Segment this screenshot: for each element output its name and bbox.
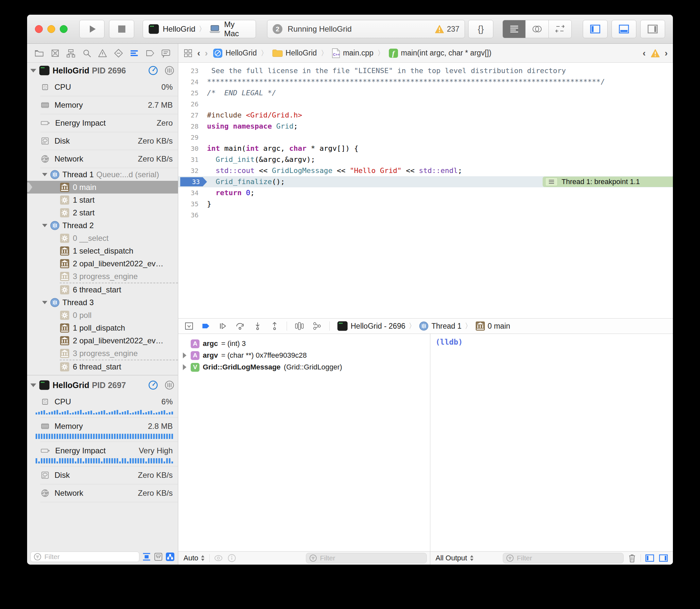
step-out-icon[interactable] (270, 321, 279, 331)
stack-frame-row[interactable]: 0 __select (27, 232, 178, 244)
view-ui-hierarchy-icon[interactable] (294, 321, 305, 331)
stack-frame-row[interactable]: 6 thread_start (27, 283, 178, 296)
console-filter-field[interactable] (503, 553, 624, 563)
code-line[interactable]: 26 (178, 99, 673, 110)
thread-breakpoint-annotation[interactable]: Thread 1: breakpoint 1.1 (543, 177, 673, 187)
variables-filter-field[interactable] (306, 553, 427, 563)
continue-icon[interactable] (218, 321, 228, 331)
disclosure-triangle-icon[interactable] (30, 383, 36, 387)
stat-row-energy-impact[interactable]: Energy Impact Very High (40, 442, 178, 466)
threads-view-icon[interactable] (164, 65, 175, 76)
stack-frame-row[interactable]: 3 progress_engine (27, 347, 178, 360)
warning-count[interactable]: 237 (447, 25, 459, 34)
process-row[interactable]: HelloGrid PID 2697 (27, 377, 178, 393)
jump-bar-item[interactable]: HelloGrid (272, 49, 317, 58)
stop-button[interactable] (109, 20, 134, 38)
stat-row-memory[interactable]: Memory 2.7 MB (40, 96, 178, 114)
stat-row-cpu[interactable]: CPU 0% (40, 78, 178, 96)
debug-breadcrumb-item[interactable]: 0 main (475, 321, 510, 331)
disclosure-triangle-icon[interactable] (183, 364, 186, 370)
stack-frame-row[interactable]: 2 opal_libevent2022_ev… (27, 334, 178, 347)
variables-scope-selector[interactable]: Auto (184, 554, 205, 562)
breakpoints-enabled-icon[interactable] (201, 321, 211, 331)
navigator-filter-input[interactable] (44, 553, 136, 561)
jump-bar-item[interactable]: C++ main.cpp (332, 48, 373, 58)
performance-gauge-icon[interactable] (148, 65, 158, 76)
step-over-icon[interactable] (235, 321, 245, 331)
console-filter-input[interactable] (516, 554, 621, 562)
console-output-selector[interactable]: All Output (436, 554, 474, 562)
hide-debug-area-icon[interactable] (184, 321, 194, 331)
processes-view-icon[interactable] (166, 552, 175, 561)
stat-row-cpu[interactable]: CPU 6% (40, 393, 178, 417)
breakpoint-marker[interactable]: 33 (180, 177, 207, 186)
run-button[interactable] (79, 20, 104, 38)
toggle-navigator-button[interactable] (583, 20, 608, 38)
activity-status[interactable]: 2 Running HelloGrid 237 (267, 20, 465, 38)
standard-editor-button[interactable] (503, 20, 525, 38)
report-navigator-icon[interactable] (160, 48, 171, 59)
stat-row-network[interactable]: Network Zero KB/s (40, 150, 178, 168)
stack-frame-row[interactable]: 3 progress_engine (27, 270, 178, 283)
disclosure-triangle-icon[interactable] (42, 301, 47, 304)
code-line[interactable]: 33 Grid_finalize(); Thread 1: breakpoint… (178, 176, 673, 187)
disclosure-triangle-icon[interactable] (42, 224, 47, 227)
thread-row[interactable]: Thread 3 (27, 296, 178, 309)
stack-frame-row[interactable]: 0 main (27, 181, 178, 193)
code-line[interactable]: 36 (178, 210, 673, 221)
previous-issue-button[interactable]: ‹ (643, 48, 646, 58)
navigator-filter-field[interactable] (30, 552, 139, 562)
related-items-icon[interactable] (184, 49, 193, 58)
stack-frame-row[interactable]: 1 poll_dispatch (27, 321, 178, 334)
stack-frame-row[interactable]: 1 select_dispatch (27, 244, 178, 257)
find-navigator-icon[interactable] (81, 48, 92, 59)
issue-navigator-icon[interactable] (97, 48, 108, 59)
variable-row[interactable]: V Grid::GridLogMessage (Grid::GridLogger… (182, 361, 430, 373)
code-line[interactable]: 23 See the full license in the file "LIC… (178, 65, 673, 76)
symbol-navigator-icon[interactable] (65, 48, 76, 59)
code-line[interactable]: 24**************************************… (178, 76, 673, 87)
stat-row-disk[interactable]: Disk Zero KB/s (40, 132, 178, 150)
code-snippet-button[interactable]: {} (468, 20, 493, 38)
stat-row-disk[interactable]: Disk Zero KB/s (40, 466, 178, 484)
disclosure-triangle-icon[interactable] (183, 352, 186, 358)
code-line[interactable]: 29 (178, 132, 673, 143)
zoom-button[interactable] (60, 25, 68, 33)
scheme-selector[interactable]: HelloGrid 〉 My Mac (143, 20, 256, 38)
stack-frame-row[interactable]: 1 start (27, 193, 178, 206)
toggle-variables-pane-icon[interactable] (645, 554, 655, 563)
source-control-navigator-icon[interactable] (50, 48, 61, 59)
stat-row-memory[interactable]: Memory 2.8 MB (40, 417, 178, 442)
stack-frame-row[interactable]: 0 poll (27, 309, 178, 321)
variable-row[interactable]: A argc = (int) 3 (182, 338, 430, 350)
disclosure-triangle-icon[interactable] (30, 69, 36, 72)
toggle-inspectors-button[interactable] (640, 20, 665, 38)
toggle-console-pane-icon[interactable] (659, 554, 668, 563)
stack-frame-row[interactable]: 2 opal_libevent2022_ev… (27, 257, 178, 270)
next-issue-button[interactable]: › (665, 48, 668, 58)
issue-warning-icon[interactable] (650, 49, 660, 58)
trash-icon[interactable] (628, 553, 637, 563)
version-editor-button[interactable] (548, 20, 571, 38)
info-icon[interactable] (227, 554, 236, 563)
jump-bar-item[interactable]: f main(int argc, char * argv[]) (389, 48, 491, 58)
test-navigator-icon[interactable] (113, 48, 124, 59)
code-line[interactable]: 28using namespace Grid; (178, 121, 673, 132)
disclosure-triangle-icon[interactable] (42, 173, 47, 176)
thread-row[interactable]: Thread 2 (27, 219, 178, 232)
console-view[interactable]: (lldb) (430, 334, 673, 551)
stat-row-network[interactable]: Network Zero KB/s (40, 484, 178, 502)
step-into-icon[interactable] (253, 321, 262, 331)
memory-graph-icon[interactable] (312, 321, 322, 331)
assistant-editor-button[interactable] (525, 20, 548, 38)
debug-navigator-icon[interactable] (129, 48, 140, 59)
flag-filter-icon[interactable] (142, 552, 151, 561)
stack-frame-row[interactable]: 6 thread_start (27, 360, 178, 373)
code-line[interactable]: 35} (178, 198, 673, 210)
stat-row-energy-impact[interactable]: Energy Impact Zero (40, 114, 178, 132)
breakpoint-navigator-icon[interactable] (144, 48, 156, 59)
threads-view-icon[interactable] (164, 380, 175, 390)
thread-row[interactable]: Thread 1Queue:...d (serial) (27, 168, 178, 181)
project-navigator-icon[interactable] (34, 48, 45, 59)
code-line[interactable]: 32 std::cout << GridLogMessage << "Hello… (178, 165, 673, 176)
